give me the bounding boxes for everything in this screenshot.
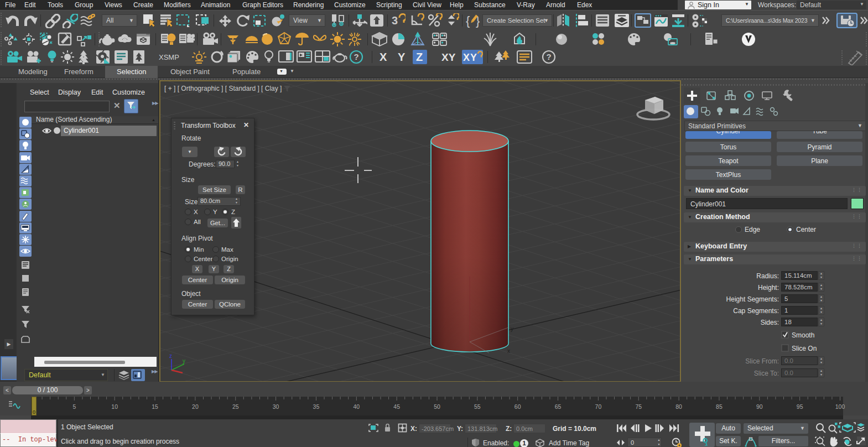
svg-text:50: 50 <box>434 403 440 410</box>
svg-text:40: 40 <box>353 403 360 410</box>
svg-text:Edge: Edge <box>745 226 760 233</box>
svg-text:5: 5 <box>72 403 76 410</box>
svg-text:z: z <box>169 353 172 359</box>
svg-text:85: 85 <box>716 403 723 410</box>
svg-text:25: 25 <box>232 403 239 410</box>
svg-text:Y: Y <box>213 209 217 215</box>
svg-text:45: 45 <box>393 403 400 410</box>
svg-text:55: 55 <box>474 403 481 410</box>
svg-text:XY: XY <box>441 51 456 63</box>
svg-text:?: ? <box>547 52 552 61</box>
svg-text:3: 3 <box>392 14 398 27</box>
svg-text:Y: Y <box>398 51 406 63</box>
svg-text:65: 65 <box>555 403 562 410</box>
svg-text:y: y <box>511 326 513 332</box>
svg-text:15: 15 <box>152 403 158 410</box>
svg-text:Z: Z <box>231 209 235 215</box>
svg-text:Min: Min <box>194 246 204 253</box>
svg-text:80: 80 <box>675 403 682 410</box>
svg-text:All: All <box>194 219 201 225</box>
svg-text:75: 75 <box>635 403 642 410</box>
svg-text:70: 70 <box>595 403 602 410</box>
svg-text:x: x <box>507 348 510 354</box>
svg-text:Center: Center <box>796 226 816 233</box>
svg-text:60: 60 <box>514 403 521 410</box>
svg-text:y: y <box>183 358 185 364</box>
svg-text:Slice On: Slice On <box>792 345 817 352</box>
svg-text:X: X <box>194 209 198 215</box>
svg-text:X: X <box>380 51 387 63</box>
svg-text:Center: Center <box>194 256 213 262</box>
svg-text:Y: Y <box>470 52 477 63</box>
svg-text:10: 10 <box>111 403 118 410</box>
svg-text:95: 95 <box>797 403 803 410</box>
svg-text:Origin: Origin <box>221 256 238 262</box>
svg-text:?: ? <box>354 52 359 61</box>
svg-text:100: 100 <box>835 403 845 410</box>
svg-text:Z: Z <box>416 51 423 63</box>
svg-text:30: 30 <box>273 403 279 410</box>
svg-text:90: 90 <box>756 403 763 410</box>
svg-text:35: 35 <box>313 403 320 410</box>
svg-text:{: { <box>466 14 470 28</box>
svg-text:X: X <box>463 52 470 63</box>
svg-text:Smooth: Smooth <box>792 331 814 339</box>
svg-text:Max: Max <box>221 246 233 253</box>
svg-text:20: 20 <box>192 403 199 410</box>
